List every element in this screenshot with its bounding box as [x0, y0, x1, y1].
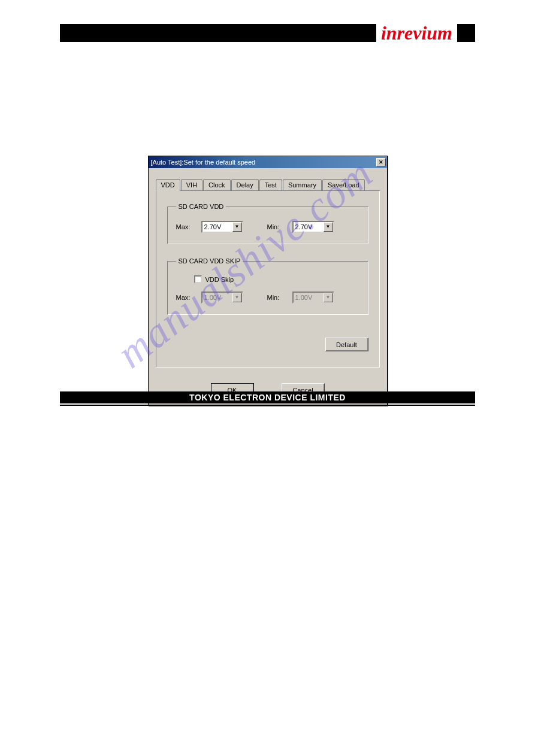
page-footer: TOKYO ELECTRON DEVICE LIMITED: [60, 391, 475, 406]
vdd-skip-max-label: Max:: [176, 294, 197, 301]
group-legend-vdd: SD CARD VDD: [176, 203, 226, 210]
brand-logo: inrevium: [376, 23, 457, 42]
group-legend-vdd-skip: SD CARD VDD SKIP: [176, 257, 243, 265]
tab-content-vdd: SD CARD VDD Max: 2.70V ▼ Min: 2.70V: [156, 191, 380, 368]
vdd-min-label: Min:: [267, 223, 288, 230]
tab-delay[interactable]: Delay: [231, 179, 259, 190]
vdd-skip-checkbox-label: VDD Skip: [205, 276, 234, 283]
tab-test[interactable]: Test: [259, 179, 282, 190]
vdd-skip-min-select: 1.00V ▼: [292, 292, 334, 303]
titlebar[interactable]: [Auto Test]:Set for the default speed ✕: [149, 156, 387, 168]
tab-summary[interactable]: Summary: [283, 179, 322, 190]
vdd-skip-checkbox[interactable]: [194, 275, 202, 283]
vdd-skip-max-value: 1.00V: [204, 294, 222, 301]
vdd-max-value: 2.70V: [204, 223, 222, 230]
tab-bar: VDD VIH Clock Delay Test Summary Save/Lo…: [156, 179, 380, 191]
tab-vih[interactable]: VIH: [181, 179, 202, 190]
tab-vdd[interactable]: VDD: [156, 179, 180, 191]
tab-clock[interactable]: Clock: [203, 179, 231, 190]
vdd-skip-min-label: Min:: [267, 294, 288, 301]
footer-company: TOKYO ELECTRON DEVICE LIMITED: [189, 393, 346, 402]
auto-test-dialog: [Auto Test]:Set for the default speed ✕ …: [148, 156, 388, 406]
close-icon[interactable]: ✕: [376, 158, 386, 166]
default-button[interactable]: Default: [325, 338, 368, 351]
page-header: inrevium: [60, 24, 475, 42]
dialog-title: [Auto Test]:Set for the default speed: [151, 159, 376, 166]
vdd-min-select[interactable]: 2.70V ▼: [292, 221, 334, 233]
vdd-skip-min-value: 1.00V: [295, 294, 313, 301]
vdd-min-value: 2.70V: [295, 223, 313, 230]
group-sd-card-vdd-skip: SD CARD VDD SKIP VDD Skip Max: 1.00V ▼: [167, 257, 368, 315]
tab-save-load[interactable]: Save/Load: [322, 179, 365, 190]
vdd-max-select[interactable]: 2.70V ▼: [201, 221, 243, 233]
vdd-max-label: Max:: [176, 223, 197, 230]
chevron-down-icon: ▼: [324, 293, 333, 302]
chevron-down-icon[interactable]: ▼: [324, 222, 333, 232]
group-sd-card-vdd: SD CARD VDD Max: 2.70V ▼ Min: 2.70V: [167, 203, 368, 244]
header-bar-right: [457, 24, 475, 42]
header-bar-left: [60, 24, 376, 42]
chevron-down-icon[interactable]: ▼: [232, 222, 242, 232]
vdd-skip-max-select: 1.00V ▼: [201, 292, 243, 303]
chevron-down-icon: ▼: [232, 293, 242, 302]
